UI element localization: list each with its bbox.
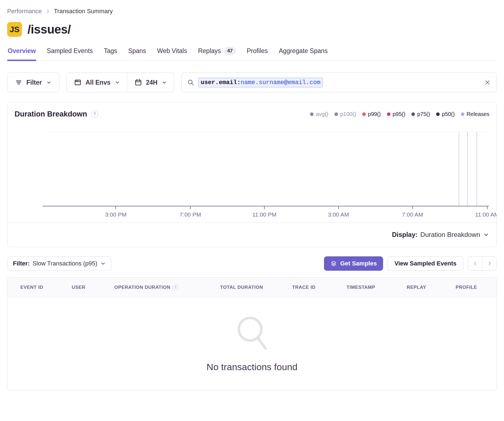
column-total-duration: TOTAL DURATION [220, 285, 263, 290]
chevron-down-icon [162, 80, 167, 85]
stack-icon [330, 260, 337, 267]
clear-search-icon[interactable] [484, 79, 491, 86]
window-icon [74, 79, 82, 86]
column-trace-id: TRACE ID [292, 285, 315, 290]
empty-state-text: No transactions found [207, 362, 298, 372]
filter-bar: Filter All Envs 24H [7, 73, 497, 92]
x-axis-label: 3:00 AM [328, 211, 349, 218]
legend-p50[interactable]: p50() [436, 111, 455, 117]
chevron-down-icon [46, 80, 51, 85]
legend-p99[interactable]: p99() [362, 111, 381, 117]
legend-p75[interactable]: p75() [411, 111, 430, 117]
breadcrumb-transaction-summary: Transaction Summary [54, 8, 113, 15]
tab-profiles[interactable]: Profiles [246, 47, 268, 60]
calendar-icon [134, 79, 142, 86]
column-profile: PROFILE [456, 285, 477, 290]
column-timestamp: TIMESTAMP [347, 285, 375, 290]
table-header-row: EVENT ID USER OPERATION DURATION? TOTAL … [7, 278, 497, 297]
legend-avg[interactable]: avg() [310, 111, 328, 117]
page-title: /issues/ [27, 23, 71, 36]
column-operation-duration: OPERATION DURATION? [114, 284, 179, 290]
prev-page-button[interactable] [468, 257, 482, 270]
x-axis-label: 7:00 AM [402, 211, 423, 218]
performance-summary-page: Performance Transaction Summary JS /issu… [0, 0, 504, 390]
environment-selector[interactable]: All Envs [67, 79, 127, 86]
search-input[interactable]: user.email:name.surname@email.com [181, 73, 497, 92]
chart-plot-area: 1ms 0 3:00 PM7:00 PM11:00 PM3:00 AM7:00 … [43, 132, 497, 222]
duration-breakdown-card: Duration Breakdown ? avg() p100() p99() … [7, 102, 497, 247]
tab-aggregate-spans[interactable]: Aggregate Spans [278, 47, 328, 60]
legend-p100[interactable]: p100() [334, 111, 356, 117]
get-samples-button[interactable]: Get Samples [324, 256, 383, 271]
filter-button[interactable]: Filter [7, 73, 59, 92]
help-icon[interactable]: ? [173, 284, 179, 290]
display-selector[interactable]: Display: Duration Breakdown [7, 222, 497, 247]
javascript-platform-icon: JS [7, 22, 22, 37]
legend-p95[interactable]: p95() [387, 111, 406, 117]
replays-count-badge: 47 [224, 47, 236, 55]
gridline [43, 132, 489, 132]
chart-title: Duration Breakdown [15, 110, 87, 118]
env-date-group: All Envs 24H [67, 73, 174, 92]
column-event-id: EVENT ID [20, 285, 43, 290]
chevron-right-icon [46, 9, 50, 13]
breadcrumb: Performance Transaction Summary [7, 8, 497, 15]
tab-bar: Overview Sampled Events Tags Spans Web V… [7, 47, 497, 60]
x-axis-label: 7:00 PM [179, 211, 201, 218]
x-axis-label: 11:00 PM [252, 211, 276, 218]
date-range-selector[interactable]: 24H [127, 79, 174, 86]
filter-lines-icon [15, 79, 22, 86]
tab-replays[interactable]: Replays 47 [198, 47, 236, 60]
tab-overview[interactable]: Overview [7, 47, 36, 60]
chart-legend: avg() p100() p99() p95() p75() p50() Rel… [310, 110, 489, 117]
tab-sampled-events[interactable]: Sampled Events [46, 47, 93, 60]
chevron-down-icon [483, 232, 489, 237]
x-axis-label: 11:00 AM [475, 211, 497, 218]
breadcrumb-performance[interactable]: Performance [7, 8, 42, 15]
x-axis [43, 206, 489, 206]
chevron-down-icon [101, 261, 106, 266]
search-icon [187, 79, 194, 86]
help-icon[interactable]: ? [91, 111, 98, 118]
empty-state: No transactions found [7, 297, 497, 390]
chevron-down-icon [115, 80, 120, 85]
samples-filter-selector[interactable]: Filter: Slow Transactions (p95) [7, 256, 111, 271]
tab-spans[interactable]: Spans [128, 47, 146, 60]
pagination [468, 256, 497, 271]
samples-toolbar: Filter: Slow Transactions (p95) Get Samp… [7, 256, 497, 271]
next-page-button[interactable] [482, 257, 497, 270]
column-replay: REPLAY [407, 285, 426, 290]
magnifier-empty-icon [236, 316, 268, 352]
column-user: USER [72, 285, 85, 290]
search-filter-token[interactable]: user.email:name.surname@email.com [198, 78, 323, 87]
tab-web-vitals[interactable]: Web Vitals [157, 47, 188, 60]
transactions-table: EVENT ID USER OPERATION DURATION? TOTAL … [7, 277, 497, 390]
tab-tags[interactable]: Tags [103, 47, 118, 60]
view-sampled-events-button[interactable]: View Sampled Events [387, 256, 463, 271]
page-header: JS /issues/ [7, 22, 497, 37]
legend-releases[interactable]: Releases [461, 111, 489, 117]
x-axis-label: 3:00 PM [105, 211, 126, 218]
